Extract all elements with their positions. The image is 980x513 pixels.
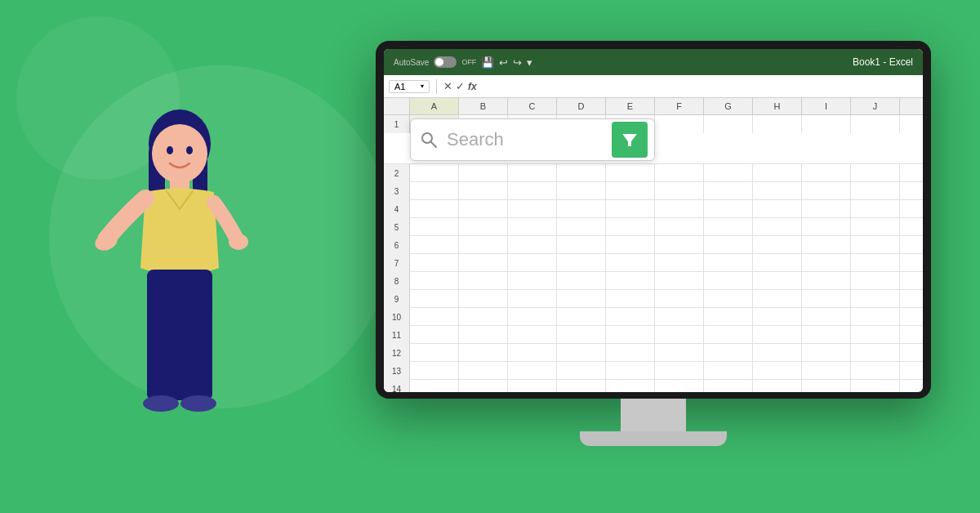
excel-titlebar: AutoSave OFF 💾 ↩ ↪ ▾ Book1 - Excel <box>384 49 923 75</box>
rows-area: Search 1 <box>384 115 923 392</box>
table-row: 3 <box>384 182 923 200</box>
table-row: 11 <box>384 326 923 344</box>
col-header-F[interactable]: F <box>655 98 704 114</box>
svg-line-15 <box>431 142 436 147</box>
undo-icon[interactable]: ↩ <box>499 56 508 69</box>
cell-reference-box[interactable]: A1 ▾ <box>389 80 430 93</box>
formula-fx-icon[interactable]: fx <box>468 81 477 92</box>
autosave-toggle[interactable] <box>434 56 457 68</box>
col-header-B[interactable]: B <box>459 98 508 114</box>
cell-F1[interactable] <box>655 115 704 133</box>
svg-point-5 <box>167 146 173 154</box>
col-header-I[interactable]: I <box>802 98 851 114</box>
table-row: 8 <box>384 272 923 290</box>
table-row: 14 <box>384 380 923 392</box>
cell-J1[interactable] <box>851 115 900 133</box>
dropdown-icon[interactable]: ▾ <box>527 56 532 69</box>
titlebar-left: AutoSave OFF 💾 ↩ ↪ ▾ <box>394 56 532 69</box>
formula-cancel-icon[interactable]: ✕ <box>443 80 452 92</box>
table-row: 2 <box>384 164 923 182</box>
svg-point-12 <box>143 395 179 412</box>
table-row: 9 <box>384 290 923 308</box>
formula-confirm-icon[interactable]: ✓ <box>456 80 465 92</box>
cell-H1[interactable] <box>753 115 802 133</box>
svg-point-13 <box>180 395 216 412</box>
col-header-A[interactable]: A <box>410 98 459 114</box>
monitor-screen-border: AutoSave OFF 💾 ↩ ↪ ▾ Book1 - Excel A1 ▾ … <box>376 41 931 399</box>
cell-ref-value: A1 <box>394 82 405 91</box>
formula-bar-divider1 <box>436 79 437 94</box>
filter-button[interactable] <box>612 122 648 158</box>
svg-marker-16 <box>622 134 637 146</box>
col-header-G[interactable]: G <box>704 98 753 114</box>
search-icon <box>417 128 440 151</box>
col-header-H[interactable]: H <box>753 98 802 114</box>
monitor-screen: AutoSave OFF 💾 ↩ ↪ ▾ Book1 - Excel A1 ▾ … <box>384 49 923 392</box>
column-headers: A B C D E F G H I J <box>384 98 923 115</box>
cell-I1[interactable] <box>802 115 851 133</box>
col-header-E[interactable]: E <box>606 98 655 114</box>
table-row: 10 <box>384 308 923 326</box>
col-header-D[interactable]: D <box>557 98 606 114</box>
character-illustration <box>82 88 278 480</box>
autosave-label: AutoSave <box>394 58 429 67</box>
table-row: 4 <box>384 200 923 218</box>
row-num-header <box>384 98 410 114</box>
monitor-stand-base <box>580 431 727 446</box>
monitor: AutoSave OFF 💾 ↩ ↪ ▾ Book1 - Excel A1 ▾ … <box>376 41 931 446</box>
col-header-J[interactable]: J <box>851 98 900 114</box>
svg-rect-11 <box>185 301 212 399</box>
svg-rect-10 <box>147 301 175 399</box>
table-row: 13 <box>384 362 923 380</box>
svg-point-4 <box>152 124 207 183</box>
search-bar-overlay: Search <box>410 118 655 161</box>
table-row: 12 <box>384 344 923 362</box>
cell-ref-dropdown[interactable]: ▾ <box>421 83 424 90</box>
redo-icon[interactable]: ↪ <box>513 56 522 69</box>
row-num-1: 1 <box>384 115 410 133</box>
table-row: 7 <box>384 254 923 272</box>
col-header-C[interactable]: C <box>508 98 557 114</box>
formula-bar: A1 ▾ ✕ ✓ fx <box>384 75 923 98</box>
svg-point-8 <box>229 234 248 250</box>
monitor-stand-neck <box>621 399 686 431</box>
svg-point-6 <box>186 146 193 154</box>
table-row: 6 <box>384 236 923 254</box>
save-icon[interactable]: 💾 <box>481 56 494 69</box>
autosave-state: OFF <box>461 58 476 66</box>
cell-G1[interactable] <box>704 115 753 133</box>
excel-title: Book1 - Excel <box>853 56 913 68</box>
table-row: 5 <box>384 218 923 236</box>
svg-point-14 <box>422 133 432 143</box>
spreadsheet: A B C D E F G H I J <box>384 98 923 392</box>
search-input[interactable]: Search <box>440 129 612 150</box>
